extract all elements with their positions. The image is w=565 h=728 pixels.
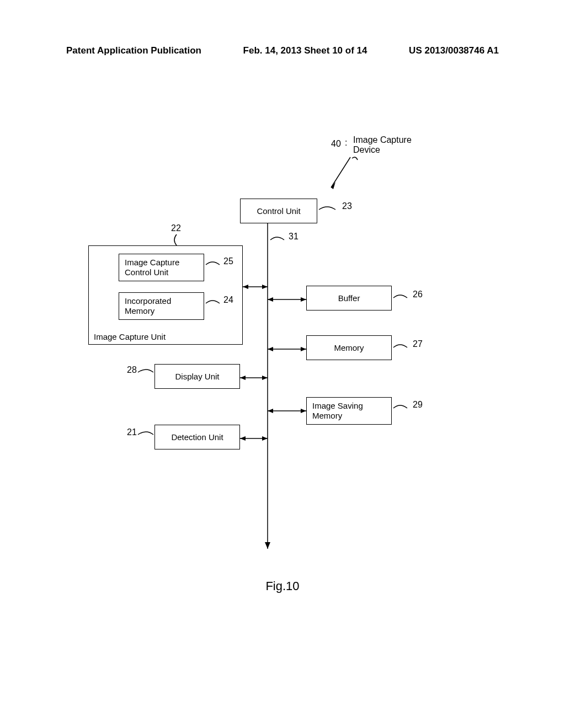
ref-21: 21 (127, 427, 137, 437)
ref-24: 24 (223, 295, 233, 305)
block-diagram: 40 : Image CaptureDevice Control Unit 23… (0, 127, 565, 568)
ref-28: 28 (127, 365, 137, 375)
conn-capture-unit (243, 281, 270, 292)
conn-detection (240, 433, 270, 444)
figure-caption: Fig.10 (0, 579, 565, 593)
ref-29: 29 (413, 400, 423, 410)
bus-line (259, 223, 281, 560)
ref-connector-28 (138, 367, 157, 378)
image-capture-unit-label: Image Capture Unit (94, 332, 166, 341)
ref-25: 25 (223, 256, 233, 266)
ref-connector-29 (393, 403, 415, 414)
svg-marker-6 (262, 285, 268, 289)
ref-23: 23 (342, 201, 352, 211)
svg-marker-14 (240, 376, 246, 380)
svg-marker-8 (268, 297, 273, 302)
ref-connector-26 (393, 292, 415, 303)
svg-marker-21 (262, 436, 268, 441)
header-center: Feb. 14, 2013 Sheet 10 of 14 (243, 45, 367, 56)
ref-31: 31 (289, 232, 299, 242)
memory-block: Memory (306, 335, 392, 360)
ref-connector-21 (138, 429, 157, 440)
incorporated-memory-block: Incorporated Memory (119, 292, 204, 320)
image-saving-memory-block: Image Saving Memory (306, 397, 392, 425)
ref-22: 22 (171, 223, 181, 233)
header-left: Patent Application Publication (66, 45, 201, 56)
svg-marker-11 (268, 347, 273, 351)
ref-26: 26 (413, 290, 423, 299)
conn-buffer (268, 294, 309, 305)
svg-marker-12 (301, 347, 306, 351)
buffer-block: Buffer (306, 286, 392, 311)
detection-unit-block: Detection Unit (154, 425, 240, 449)
svg-marker-15 (262, 376, 268, 380)
page-header: Patent Application Publication Feb. 14, … (0, 45, 565, 56)
device-ref-number: 40 (331, 139, 341, 149)
conn-saving-memory (268, 405, 309, 416)
image-capture-control-block: Image Capture Control Unit (119, 254, 204, 281)
conn-memory (268, 344, 309, 355)
svg-marker-3 (265, 542, 270, 549)
svg-marker-5 (243, 285, 248, 289)
header-right: US 2013/0038746 A1 (409, 45, 499, 56)
ref-connector-22 (171, 234, 182, 248)
ref-connector-27 (393, 342, 415, 353)
ref-27: 27 (413, 339, 423, 349)
control-unit-block: Control Unit (240, 199, 317, 223)
display-unit-block: Display Unit (154, 364, 240, 389)
svg-line-0 (331, 157, 350, 188)
conn-display (240, 372, 270, 383)
svg-marker-18 (301, 409, 306, 413)
device-pointer-arrow (326, 157, 359, 196)
svg-marker-20 (240, 436, 246, 441)
svg-marker-9 (301, 297, 306, 302)
svg-marker-17 (268, 409, 273, 413)
svg-marker-1 (331, 182, 335, 189)
device-label: Image CaptureDevice (353, 135, 412, 154)
